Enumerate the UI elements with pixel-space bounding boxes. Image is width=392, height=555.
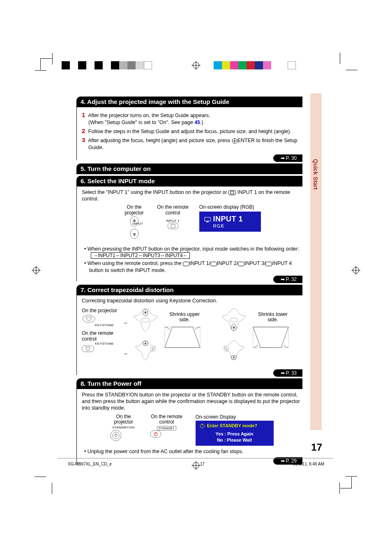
svg-point-17 (83, 315, 95, 322)
arrow-right-icon: ➡ (281, 370, 285, 376)
btn-icon (238, 262, 244, 266)
section-7-body: Correcting trapezoidal distortion using … (76, 295, 302, 375)
standby-remote-button-icon (150, 431, 183, 438)
trapezoid-upper-icon (164, 326, 201, 349)
input1-button-icon (228, 190, 236, 195)
label: On-screen display (RGB) (199, 204, 261, 210)
text: Press the STANDBY/ON button on the proje… (82, 391, 301, 412)
color-bar-left (62, 61, 152, 69)
section-4-body: 1 After the projector turns on, the Setu… (76, 107, 302, 160)
page-ref-label: P. 30 (286, 155, 297, 161)
label: On the projector (109, 414, 138, 425)
trapezoid-lower-icon (252, 326, 289, 349)
svg-rect-16 (266, 262, 272, 266)
power-icon (200, 424, 205, 428)
on-remote-block: On the remote control INPUT 1 (157, 204, 189, 229)
svg-marker-25 (152, 348, 154, 350)
svg-rect-14 (211, 262, 217, 266)
section-8-title: 8. Turn the Power off (76, 378, 302, 389)
svg-rect-3 (229, 190, 236, 195)
svg-rect-26 (165, 327, 200, 348)
svg-rect-9 (168, 223, 178, 229)
shrink-lower-label: Shrinks lower side. (256, 312, 289, 322)
text: INPUT 3/ (244, 260, 265, 266)
section-5-title: 5. Turn the computer on (76, 164, 302, 174)
label: Shrinks lower side. (256, 312, 289, 322)
dpad-remote-icon (133, 340, 158, 362)
projector-input-button-icon (127, 216, 141, 240)
text: INPUT 1/ (189, 260, 210, 266)
svg-rect-15 (238, 262, 244, 266)
label: On the remote control (157, 204, 189, 216)
osd-text: INPUT 1 (213, 215, 243, 223)
label: On the projector (82, 308, 127, 313)
label: STANDBY/ON (109, 426, 138, 429)
svg-marker-28 (233, 327, 235, 329)
step-number: 1 (82, 111, 85, 118)
osd-text: RGB (213, 223, 256, 228)
svg-marker-6 (133, 219, 136, 222)
svg-marker-31 (233, 357, 235, 359)
crop-mark (40, 477, 52, 488)
label: On the remote control (150, 414, 183, 425)
svg-rect-18 (82, 345, 94, 352)
section-6-body: Select the "INPUT 1" using the INPUT but… (76, 187, 302, 281)
label: On-screen Display (196, 414, 274, 420)
keystone-remote-button-icon: KEYSTONE (82, 342, 127, 352)
on-projector-block: On the projector INPUT (122, 204, 147, 244)
remote-input1-button-icon (168, 223, 178, 229)
osd-input1: INPUT 1 RGB (199, 212, 261, 232)
svg-marker-8 (133, 233, 136, 237)
label: KEYSTONE (82, 342, 127, 345)
osd-standby-block: On-screen Display Enter STANDBY mode? Ye… (196, 414, 274, 446)
text: Unplug the power cord from the AC outlet… (88, 449, 243, 454)
svg-marker-33 (225, 348, 227, 350)
registration-target-icon (33, 267, 39, 274)
step-text: After the projector turns on, the Setup … (88, 113, 210, 118)
page-ref-label: P. 33 (286, 370, 297, 376)
standby-on-projector-button-icon (109, 429, 138, 442)
btn-icon (265, 262, 272, 266)
page-ref-label: P. 32 (286, 276, 297, 282)
dpad-down-icon (221, 308, 246, 332)
svg-marker-23 (144, 342, 147, 344)
page-ref-33[interactable]: ➡P. 33 (273, 369, 302, 377)
osd-text: Enter STANDBY mode? (207, 423, 257, 428)
label: KEYSTONE (82, 323, 127, 327)
footer-center: 17 (200, 462, 205, 466)
label: INPUT 1 (157, 219, 189, 223)
page-link-45[interactable]: 45 (194, 120, 200, 125)
text: Correcting trapezoidal distortion using … (82, 298, 301, 304)
page-ref-30[interactable]: ➡P. 30 (273, 154, 302, 162)
btn-icon (210, 262, 217, 266)
svg-rect-11 (205, 217, 210, 221)
monitor-icon (204, 217, 211, 223)
text: When pressing the INPUT button on the pr… (88, 246, 299, 252)
footer-left: XG-MB67XL_EN_CD_e (68, 462, 112, 466)
main-content: 4. Adjust the projected image with the S… (76, 93, 302, 465)
step-text: .) (200, 120, 203, 125)
section-4-title: 4. Adjust the projected image with the S… (76, 97, 302, 107)
crop-mark (340, 58, 352, 70)
cycle-text: INPUT1↔INPUT2↔INPUT3↔INPUT4 (98, 253, 183, 258)
svg-rect-12 (206, 221, 209, 222)
side-tab-label: Quick Start (312, 159, 319, 190)
on-projector-block: On the projector STANDBY/ON (109, 414, 138, 442)
label: Shrinks upper side. (168, 312, 201, 322)
input-cycle: →INPUT1↔INPUT2↔INPUT3↔INPUT4← (91, 252, 190, 259)
arrow-right-icon: ➡ (281, 276, 285, 282)
svg-rect-10 (171, 224, 175, 228)
page-ref-32[interactable]: ➡P. 32 (273, 276, 302, 283)
registration-target-icon (353, 267, 359, 274)
text: When using the remote control, press the (88, 260, 183, 266)
step-number: 2 (82, 127, 85, 134)
side-tab-quick-start: Quick Start (310, 93, 322, 430)
crop-mark (340, 477, 352, 488)
osd-text: Yes : Press Again (200, 431, 270, 437)
color-bar-right (214, 61, 296, 69)
on-remote-block: On the remote control STANDBY (150, 414, 183, 438)
arrow-right-icon: ➡ (281, 155, 285, 161)
label: STANDBY (157, 426, 176, 431)
arrow-right-icon: → (123, 320, 128, 326)
footer: XG-MB67XL_EN_CD_e 17 06.9.11, 6:45 AM (68, 462, 324, 466)
